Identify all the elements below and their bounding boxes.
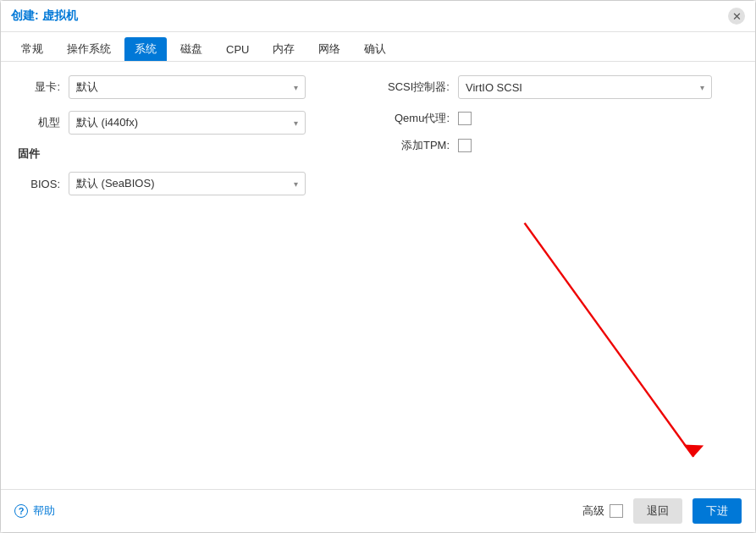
svg-marker-1	[683, 445, 704, 457]
bios-label: BIOS:	[18, 178, 69, 190]
scsi-row: SCSI控制器: VirtIO SCSI ▾	[373, 75, 729, 99]
scsi-dropdown[interactable]: VirtIO SCSI ▾	[458, 75, 712, 99]
help-icon: ?	[14, 504, 28, 518]
help-label: 帮助	[33, 503, 55, 519]
tpm-checkbox[interactable]	[458, 139, 472, 152]
display-dropdown[interactable]: 默认 ▾	[69, 75, 306, 99]
display-arrow: ▾	[294, 83, 298, 92]
advanced-label: 高级	[582, 503, 604, 519]
tab-os[interactable]: 操作系统	[57, 37, 121, 61]
display-value: 默认	[76, 80, 98, 95]
scsi-label: SCSI控制器:	[373, 80, 458, 95]
scsi-value: VirtIO SCSI	[466, 81, 522, 94]
help-area[interactable]: ? 帮助	[14, 503, 55, 519]
right-section: SCSI控制器: VirtIO SCSI ▾ Qemu代理: 添加TPM:	[373, 75, 729, 165]
advanced-area: 高级	[582, 503, 623, 519]
tpm-row: 添加TPM:	[373, 138, 729, 153]
back-button[interactable]: 退回	[633, 498, 682, 524]
type-dropdown[interactable]: 默认 (i440fx) ▾	[69, 111, 306, 135]
tab-disk[interactable]: 磁盘	[170, 37, 212, 61]
display-label: 显卡:	[18, 80, 69, 95]
advanced-checkbox[interactable]	[610, 504, 623, 518]
type-value: 默认 (i440fx)	[76, 115, 138, 130]
svg-line-0	[525, 223, 694, 457]
qemu-label: Qemu代理:	[373, 111, 458, 126]
tabs-bar: 常规 操作系统 系统 磁盘 CPU 内存 网络 确认	[1, 32, 755, 62]
tab-general[interactable]: 常规	[11, 37, 53, 61]
bios-arrow: ▾	[294, 179, 298, 189]
qemu-checkbox[interactable]	[458, 112, 472, 125]
type-label: 机型	[18, 115, 69, 130]
scsi-arrow: ▾	[700, 83, 704, 92]
qemu-row: Qemu代理:	[373, 111, 729, 126]
close-button[interactable]: ✕	[728, 8, 745, 25]
next-button[interactable]: 下进	[693, 498, 742, 524]
dialog-title: 创建: 虚拟机	[11, 8, 78, 24]
bios-value: 默认 (SeaBIOS)	[76, 176, 154, 191]
type-arrow: ▾	[294, 118, 298, 128]
tab-network[interactable]: 网络	[308, 37, 350, 61]
footer: ? 帮助 高级 退回 下进	[1, 489, 755, 532]
tab-cpu[interactable]: CPU	[216, 39, 259, 60]
footer-right: 高级 退回 下进	[582, 498, 742, 524]
tab-memory[interactable]: 内存	[262, 37, 305, 61]
tab-system[interactable]: 系统	[124, 37, 167, 61]
title-bar: 创建: 虚拟机 ✕	[1, 1, 755, 32]
content-area: 显卡: 默认 ▾ 机型 默认 (i440fx) ▾ 固件 BIOS: 默认 (S…	[1, 62, 755, 489]
dialog: 创建: 虚拟机 ✕ 常规 操作系统 系统 磁盘 CPU 内存 网络 确认 显卡:…	[0, 0, 756, 533]
tab-confirm[interactable]: 确认	[354, 37, 396, 61]
bios-row: BIOS: 默认 (SeaBIOS) ▾	[18, 172, 738, 195]
tpm-label: 添加TPM:	[373, 138, 458, 153]
bios-dropdown[interactable]: 默认 (SeaBIOS) ▾	[69, 172, 306, 195]
